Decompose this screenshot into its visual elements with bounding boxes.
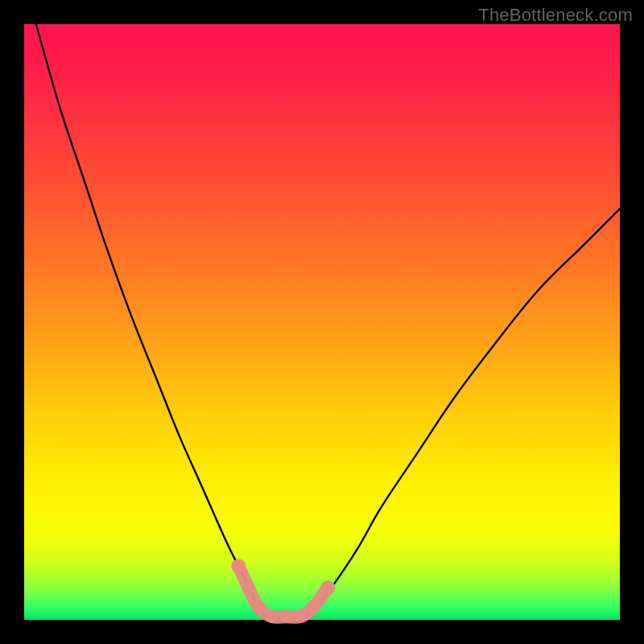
marker-dot [295,610,308,623]
marker-dot [280,610,293,623]
marker-layer [231,559,335,623]
marker-dot [231,559,246,573]
watermark-text: TheBottleneck.com [478,5,633,26]
plot-area [24,24,620,620]
bottleneck-curve [36,24,620,617]
curve-layer [36,24,620,617]
marker-dot [253,601,266,614]
marker-dot [307,601,320,614]
outer-frame: TheBottleneck.com [0,0,644,644]
chart-svg [24,24,620,620]
marker-dot [320,580,335,595]
marker-dot [242,582,255,595]
marker-dot [265,610,278,623]
